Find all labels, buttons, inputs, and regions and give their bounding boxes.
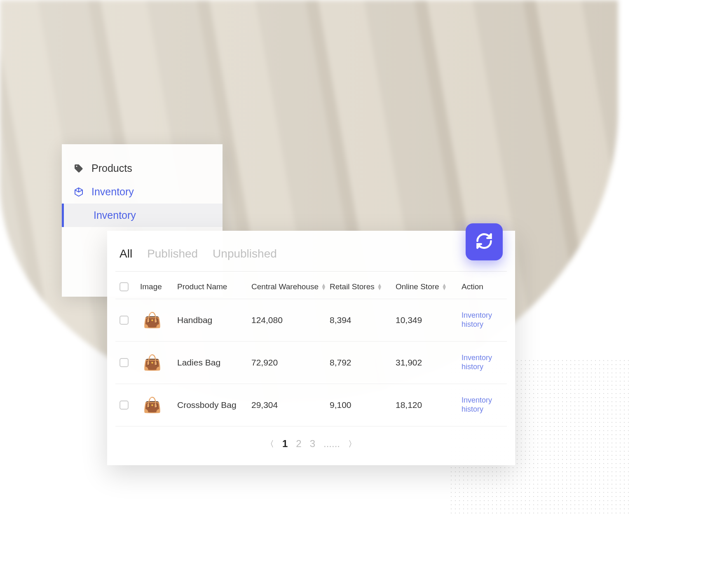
select-all-checkbox[interactable]: [120, 282, 129, 291]
cell-online: 10,349: [396, 315, 462, 325]
page-2[interactable]: 2: [296, 438, 301, 450]
cube-icon: [73, 187, 84, 197]
pagination: 〈 1 2 3 ...... 〉: [115, 426, 507, 453]
col-image: Image: [140, 282, 177, 291]
cell-online: 31,902: [396, 358, 462, 368]
row-checkbox[interactable]: [120, 401, 129, 410]
product-thumb: 👜: [140, 351, 164, 375]
col-online-label: Online Store: [396, 282, 439, 291]
next-page-icon[interactable]: 〉: [348, 438, 356, 450]
sidebar-item-products[interactable]: Products: [62, 157, 223, 180]
tag-icon: [73, 163, 84, 174]
prev-page-icon[interactable]: 〈: [266, 438, 274, 450]
product-name: Handbag: [177, 315, 251, 325]
product-name: Crossbody Bag: [177, 400, 251, 410]
sidebar-sublabel: Inventory: [94, 209, 136, 221]
cell-retail: 8,394: [330, 315, 396, 325]
col-product-name: Product Name: [177, 282, 251, 291]
table-row: 👜 Crossbody Bag 29,304 9,100 18,120 Inve…: [115, 384, 507, 426]
row-checkbox[interactable]: [120, 358, 129, 367]
cell-retail: 8,792: [330, 358, 396, 368]
sidebar-subitem-inventory[interactable]: Inventory: [62, 204, 223, 227]
sort-icon: ▲▼: [321, 283, 326, 290]
row-checkbox[interactable]: [120, 316, 129, 325]
sidebar-label-inventory: Inventory: [91, 186, 134, 198]
sidebar-label-products: Products: [91, 162, 132, 174]
tab-unpublished[interactable]: Unpublished: [213, 247, 277, 260]
sync-button[interactable]: [466, 223, 503, 260]
inventory-history-link[interactable]: Inventory history: [462, 311, 515, 329]
product-thumb: 👜: [140, 308, 164, 332]
product-thumb: 👜: [140, 393, 164, 417]
col-retail-label: Retail Stores: [330, 282, 375, 291]
cell-retail: 9,100: [330, 400, 396, 410]
cell-central: 72,920: [251, 358, 330, 368]
cell-online: 18,120: [396, 400, 462, 410]
col-online-store[interactable]: Online Store ▲▼: [396, 282, 462, 291]
cell-central: 29,304: [251, 400, 330, 410]
col-central-warehouse[interactable]: Central Warehouse ▲▼: [251, 282, 330, 291]
sidebar-item-inventory[interactable]: Inventory: [62, 180, 223, 204]
product-name: Ladies Bag: [177, 358, 251, 368]
sort-icon: ▲▼: [442, 283, 447, 290]
tab-all[interactable]: All: [120, 247, 132, 260]
table-row: 👜 Ladies Bag 72,920 8,792 31,902 Invento…: [115, 342, 507, 384]
page-1[interactable]: 1: [282, 438, 288, 450]
tab-published[interactable]: Published: [147, 247, 198, 260]
page-3[interactable]: 3: [310, 438, 315, 450]
inventory-panel: All Published Unpublished Image Product …: [107, 231, 515, 465]
table-row: 👜 Handbag 124,080 8,394 10,349 Inventory…: [115, 299, 507, 342]
inventory-history-link[interactable]: Inventory history: [462, 396, 515, 414]
inventory-history-link[interactable]: Inventory history: [462, 354, 515, 371]
page-ellipsis: ......: [323, 438, 340, 450]
sync-icon: [475, 232, 493, 252]
table-header: Image Product Name Central Warehouse ▲▼ …: [115, 272, 507, 299]
col-central-label: Central Warehouse: [251, 282, 319, 291]
col-retail-stores[interactable]: Retail Stores ▲▼: [330, 282, 396, 291]
col-action: Action: [462, 282, 515, 291]
tabs: All Published Unpublished: [115, 247, 507, 272]
cell-central: 124,080: [251, 315, 330, 325]
sort-icon: ▲▼: [377, 283, 382, 290]
